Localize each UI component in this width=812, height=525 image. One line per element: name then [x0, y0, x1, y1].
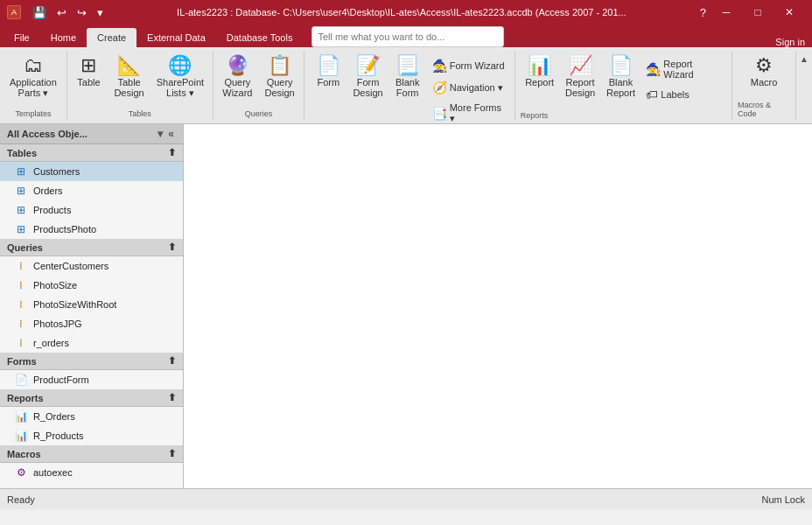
labels-icon: 🏷: [646, 88, 658, 102]
report-button[interactable]: 📊 Report: [521, 52, 559, 91]
labels-button[interactable]: 🏷 Labels: [641, 85, 726, 104]
photo-size-icon: ⁞: [14, 278, 28, 292]
report-design-button[interactable]: 📈 ReportDesign: [561, 52, 600, 102]
nav-section-queries[interactable]: Queries ⬆: [0, 239, 183, 256]
nav-section-reports[interactable]: Reports ⬆: [0, 389, 183, 407]
photo-size-root-icon: ⁞: [14, 298, 28, 312]
tables-items: ⊞ Table 📐 TableDesign 🌐 SharePointLists …: [70, 52, 209, 108]
ribbon-group-queries: 🔮 QueryWizard 📋 QueryDesign Queries: [214, 51, 305, 120]
product-form-icon: 📄: [14, 373, 28, 387]
nav-item-photos-jpg[interactable]: ⁞ PhotosJPG: [0, 314, 183, 333]
report-wizard-label: Report Wizard: [663, 59, 722, 80]
orders-table-icon: ⊞: [14, 184, 28, 198]
reports-group-label: Reports: [521, 109, 726, 120]
minimize-btn[interactable]: ─: [710, 0, 742, 24]
reports-section-label: Reports: [7, 393, 44, 403]
labels-label: Labels: [661, 89, 689, 100]
ribbon-collapse-btn[interactable]: ▲: [800, 54, 808, 64]
query-wizard-button[interactable]: 🔮 QueryWizard: [217, 52, 257, 102]
nav-pane-menu-btn[interactable]: ▾: [156, 128, 164, 140]
forms-collapse-icon: ⬆: [168, 355, 176, 367]
nav-section-tables[interactable]: Tables ⬆: [0, 144, 183, 162]
app-parts-label: ApplicationParts ▾: [10, 77, 57, 99]
tab-external-data[interactable]: External Data: [136, 28, 216, 47]
nav-item-r-orders[interactable]: ⁞ r_orders: [0, 333, 183, 353]
report-wizard-icon: 🧙: [646, 62, 661, 76]
tab-database-tools[interactable]: Database Tools: [216, 28, 304, 47]
nav-item-r-products[interactable]: 📊 R_Products: [0, 426, 183, 445]
ribbon-group-forms: 📄 Form 📝 FormDesign 📃 BlankForm 🧙 Form W…: [304, 51, 514, 120]
tab-file[interactable]: File: [4, 28, 40, 47]
sharepoint-label: SharePointLists ▾: [157, 77, 204, 99]
window-title: IL-ates2223 : Database- C:\Users\user4\D…: [108, 7, 696, 18]
photo-size-root-label: PhotoSizeWithRoot: [33, 299, 116, 310]
nav-pane-collapse-btn[interactable]: «: [166, 128, 176, 140]
nav-pane-scroll: Tables ⬆ ⊞ Customers ⊞ Orders ⊞ Products…: [0, 144, 183, 488]
tab-create[interactable]: Create: [87, 28, 136, 47]
macro-button[interactable]: ⚙ Macro: [746, 52, 783, 91]
report-wizard-button[interactable]: 🧙 Report Wizard: [641, 56, 726, 82]
products-label: Products: [33, 205, 71, 215]
tables-collapse-icon: ⬆: [168, 147, 176, 158]
tables-section-label: Tables: [7, 148, 37, 158]
blank-form-button[interactable]: 📃 BlankForm: [389, 52, 426, 102]
query-design-label: QueryDesign: [264, 77, 294, 98]
form-design-icon: 📝: [356, 56, 380, 75]
help-btn[interactable]: ?: [696, 4, 710, 21]
products-table-icon: ⊞: [14, 203, 28, 217]
form-design-button[interactable]: 📝 FormDesign: [348, 52, 387, 102]
blank-report-button[interactable]: 📄 BlankReport: [602, 52, 640, 102]
navigation-button[interactable]: 🧭 Navigation ▾: [428, 78, 509, 97]
undo-btn[interactable]: ↩: [52, 4, 71, 21]
nav-item-products-photo[interactable]: ⊞ ProductsPhoto: [0, 220, 183, 239]
macros-section-label: Macros: [7, 449, 41, 459]
nav-section-forms[interactable]: Forms ⬆: [0, 353, 183, 370]
save-quick-btn[interactable]: 💾: [28, 4, 51, 21]
query-design-button[interactable]: 📋 QueryDesign: [259, 52, 299, 102]
nav-item-center-customers[interactable]: ⁞ CenterCustomers: [0, 256, 183, 276]
r-products-label: R_Products: [33, 430, 83, 441]
app-parts-button[interactable]: 🗂 ApplicationParts ▾: [4, 52, 62, 102]
close-btn[interactable]: ✕: [774, 0, 805, 24]
more-forms-button[interactable]: 📑 More Forms ▾: [428, 100, 509, 127]
nav-item-photo-size-root[interactable]: ⁞ PhotoSizeWithRoot: [0, 295, 183, 314]
form-wizard-icon: 🧙: [432, 59, 447, 73]
redo-btn[interactable]: ↪: [73, 4, 91, 21]
sign-in-link[interactable]: Sign in: [768, 37, 812, 47]
queries-section-label: Queries: [7, 242, 43, 253]
navigation-label: Navigation ▾: [450, 82, 503, 94]
autoexec-label: autoexec: [33, 467, 73, 478]
nav-item-product-form[interactable]: 📄 ProductForm: [0, 370, 183, 389]
table-design-button[interactable]: 📐 TableDesign: [108, 52, 149, 102]
status-bar: Ready Num Lock: [0, 488, 812, 509]
blank-report-icon: 📄: [609, 56, 633, 75]
nav-item-photo-size[interactable]: ⁞ PhotoSize: [0, 276, 183, 295]
num-lock-indicator: Num Lock: [761, 494, 805, 505]
maximize-btn[interactable]: □: [742, 0, 774, 24]
nav-item-autoexec[interactable]: ⚙ autoexec: [0, 463, 183, 482]
table-button[interactable]: ⊞ Table: [70, 52, 107, 91]
table-design-icon: 📐: [117, 56, 141, 75]
nav-item-products[interactable]: ⊞ Products: [0, 200, 183, 220]
tables-group-label: Tables: [129, 108, 151, 118]
r-orders-query-label: r_orders: [33, 338, 69, 348]
form-wizard-button[interactable]: 🧙 Form Wizard: [428, 56, 509, 75]
sharepoint-button[interactable]: 🌐 SharePointLists ▾: [151, 52, 209, 102]
nav-pane-title: All Access Obje...: [7, 129, 88, 139]
tab-home[interactable]: Home: [40, 28, 87, 47]
nav-pane-header: All Access Obje... ▾ «: [0, 124, 183, 144]
quick-access: 💾 ↩ ↪ ▾: [28, 4, 108, 21]
customers-table-icon: ⊞: [14, 164, 28, 178]
search-input[interactable]: [312, 26, 504, 47]
blank-form-icon: 📃: [396, 56, 419, 75]
report-icon: 📊: [528, 56, 551, 75]
title-bar: A 💾 ↩ ↪ ▾ IL-ates2223 : Database- C:\Use…: [0, 0, 812, 24]
customize-btn[interactable]: ▾: [93, 4, 108, 21]
ribbon-group-templates: 🗂 ApplicationParts ▾ Templates: [0, 51, 67, 120]
nav-item-r-orders[interactable]: 📊 R_Orders: [0, 407, 183, 426]
form-button[interactable]: 📄 Form: [310, 52, 346, 91]
nav-section-macros[interactable]: Macros ⬆: [0, 445, 183, 463]
table-design-label: TableDesign: [114, 77, 144, 98]
nav-item-customers[interactable]: ⊞ Customers: [0, 162, 183, 181]
nav-item-orders[interactable]: ⊞ Orders: [0, 181, 183, 200]
